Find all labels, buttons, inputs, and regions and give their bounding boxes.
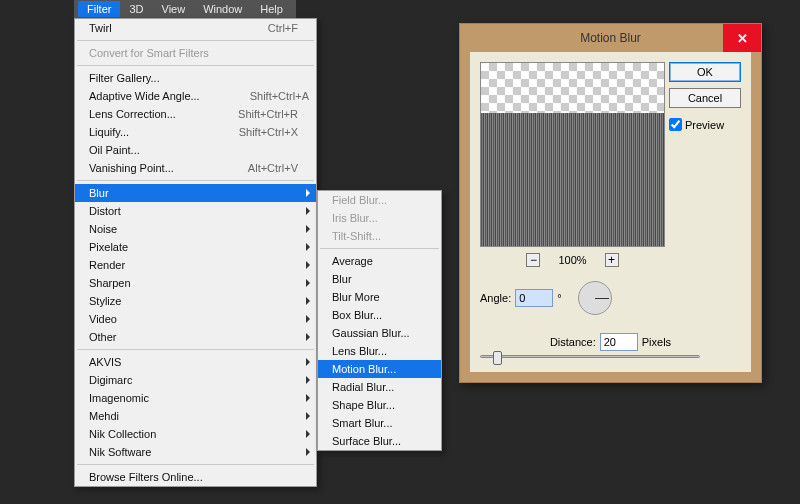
menubar-item-3d[interactable]: 3D (120, 1, 152, 17)
chevron-right-icon (306, 430, 310, 438)
menu-mehdi[interactable]: Mehdi (75, 407, 316, 425)
menu-lens-correction[interactable]: Lens Correction...Shift+Ctrl+R (75, 105, 316, 123)
menu-convert-smart-filters: Convert for Smart Filters (75, 44, 316, 62)
chevron-right-icon (306, 315, 310, 323)
angle-row: Angle: ° (480, 281, 741, 315)
submenu-radial-blur[interactable]: Radial Blur... (318, 378, 441, 396)
menu-other[interactable]: Other (75, 328, 316, 346)
separator (320, 248, 439, 249)
menu-item-label: Average (332, 255, 373, 267)
menu-nik-software[interactable]: Nik Software (75, 443, 316, 461)
zoom-out-button[interactable]: − (526, 253, 540, 267)
chevron-right-icon (306, 225, 310, 233)
menu-video[interactable]: Video (75, 310, 316, 328)
chevron-right-icon (306, 448, 310, 456)
preview-checkbox[interactable] (669, 118, 682, 131)
angle-wheel[interactable] (578, 281, 612, 315)
distance-input[interactable] (600, 333, 638, 351)
zoom-level: 100% (558, 254, 586, 266)
angle-label: Angle: (480, 292, 511, 304)
submenu-tilt-shift[interactable]: Tilt-Shift... (318, 227, 441, 245)
distance-unit: Pixels (642, 336, 671, 348)
ok-button[interactable]: OK (669, 62, 741, 82)
chevron-right-icon (306, 279, 310, 287)
zoom-in-button[interactable]: + (605, 253, 619, 267)
menu-akvis[interactable]: AKVIS (75, 353, 316, 371)
menu-item-label: Pixelate (89, 241, 128, 253)
shortcut-label: Shift+Ctrl+A (250, 90, 309, 102)
menu-stylize[interactable]: Stylize (75, 292, 316, 310)
motion-blur-dialog: Motion Blur ✕ OK Cancel Preview − 100% +… (459, 23, 762, 383)
menubar-item-help[interactable]: Help (251, 1, 292, 17)
menu-item-label: Sharpen (89, 277, 131, 289)
menu-pixelate[interactable]: Pixelate (75, 238, 316, 256)
menu-blur[interactable]: Blur (75, 184, 316, 202)
submenu-field-blur[interactable]: Field Blur... (318, 191, 441, 209)
chevron-right-icon (306, 261, 310, 269)
menu-item-label: Gaussian Blur... (332, 327, 410, 339)
chevron-right-icon (306, 297, 310, 305)
menu-adaptive-wide-angle[interactable]: Adaptive Wide Angle...Shift+Ctrl+A (75, 87, 316, 105)
menu-item-label: Twirl (89, 22, 112, 34)
menu-distort[interactable]: Distort (75, 202, 316, 220)
submenu-surface-blur[interactable]: Surface Blur... (318, 432, 441, 450)
submenu-box-blur[interactable]: Box Blur... (318, 306, 441, 324)
menu-digimarc[interactable]: Digimarc (75, 371, 316, 389)
close-button[interactable]: ✕ (723, 24, 761, 52)
separator (77, 349, 314, 350)
distance-label: Distance: (550, 336, 596, 348)
angle-input[interactable] (515, 289, 553, 307)
menu-item-label: Radial Blur... (332, 381, 394, 393)
distance-slider[interactable] (480, 355, 700, 358)
distance-row: Distance: Pixels (480, 333, 741, 351)
menu-filter-gallery[interactable]: Filter Gallery... (75, 69, 316, 87)
menu-item-label: Oil Paint... (89, 144, 140, 156)
menubar-item-window[interactable]: Window (194, 1, 251, 17)
menu-item-label: Tilt-Shift... (332, 230, 381, 242)
menu-noise[interactable]: Noise (75, 220, 316, 238)
menu-item-label: Vanishing Point... (89, 162, 174, 174)
chevron-right-icon (306, 394, 310, 402)
menu-item-label: Distort (89, 205, 121, 217)
menu-browse-filters-online[interactable]: Browse Filters Online... (75, 468, 316, 486)
menu-item-label: Render (89, 259, 125, 271)
menu-last-filter[interactable]: Twirl Ctrl+F (75, 19, 316, 37)
separator (77, 65, 314, 66)
dialog-title: Motion Blur (580, 31, 641, 45)
menu-oil-paint[interactable]: Oil Paint... (75, 141, 316, 159)
submenu-smart-blur[interactable]: Smart Blur... (318, 414, 441, 432)
submenu-shape-blur[interactable]: Shape Blur... (318, 396, 441, 414)
menu-item-label: Nik Software (89, 446, 151, 458)
dialog-titlebar[interactable]: Motion Blur ✕ (460, 24, 761, 52)
menu-nik-collection[interactable]: Nik Collection (75, 425, 316, 443)
menu-item-label: Browse Filters Online... (89, 471, 203, 483)
submenu-average[interactable]: Average (318, 252, 441, 270)
filter-menu: Twirl Ctrl+F Convert for Smart Filters F… (74, 18, 317, 487)
menu-liquify[interactable]: Liquify...Shift+Ctrl+X (75, 123, 316, 141)
preview-thumbnail[interactable] (480, 62, 665, 247)
menubar-item-filter[interactable]: Filter (78, 1, 120, 17)
shortcut-label: Ctrl+F (268, 22, 298, 34)
menubar-item-view[interactable]: View (153, 1, 195, 17)
slider-thumb[interactable] (493, 351, 502, 365)
preview-checkbox-row[interactable]: Preview (669, 118, 741, 131)
submenu-blur-more[interactable]: Blur More (318, 288, 441, 306)
submenu-blur[interactable]: Blur (318, 270, 441, 288)
menu-render[interactable]: Render (75, 256, 316, 274)
menu-item-label: Imagenomic (89, 392, 149, 404)
cancel-button[interactable]: Cancel (669, 88, 741, 108)
menu-sharpen[interactable]: Sharpen (75, 274, 316, 292)
submenu-gaussian-blur[interactable]: Gaussian Blur... (318, 324, 441, 342)
submenu-motion-blur[interactable]: Motion Blur... (318, 360, 441, 378)
menu-item-label: Adaptive Wide Angle... (89, 90, 200, 102)
menu-item-label: Smart Blur... (332, 417, 393, 429)
menu-vanishing-point[interactable]: Vanishing Point...Alt+Ctrl+V (75, 159, 316, 177)
menu-item-label: Nik Collection (89, 428, 156, 440)
dialog-buttons: OK Cancel Preview (669, 62, 741, 131)
menu-imagenomic[interactable]: Imagenomic (75, 389, 316, 407)
menu-item-label: Convert for Smart Filters (89, 47, 209, 59)
menu-item-label: Blur More (332, 291, 380, 303)
submenu-iris-blur[interactable]: Iris Blur... (318, 209, 441, 227)
submenu-lens-blur[interactable]: Lens Blur... (318, 342, 441, 360)
menu-item-label: AKVIS (89, 356, 121, 368)
